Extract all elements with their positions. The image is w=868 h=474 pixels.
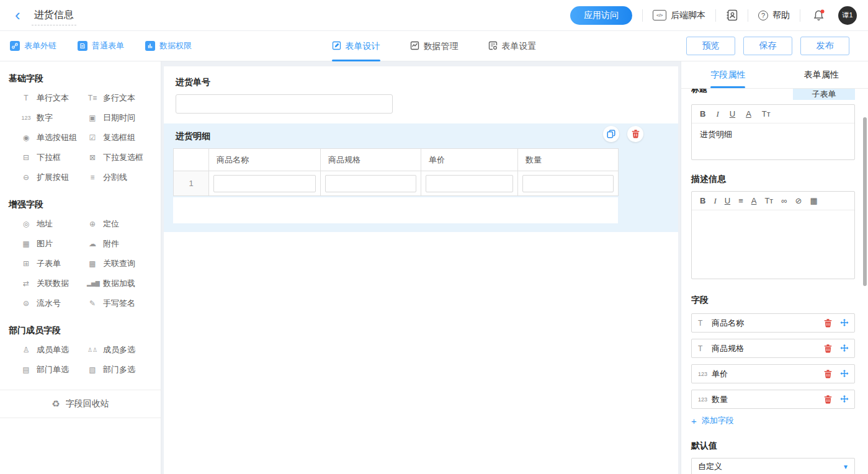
bold-icon[interactable]: B (700, 110, 705, 118)
field-item-attachment[interactable]: ☁附件 (87, 234, 161, 254)
tab-form-design[interactable]: 表单设计 (332, 31, 380, 61)
tab-form-settings[interactable]: 表单设置 (488, 31, 537, 61)
form-title[interactable]: 进货信息 (32, 5, 76, 25)
underline-icon[interactable]: U (725, 197, 730, 205)
panel-scrollbar[interactable] (863, 117, 867, 286)
font-size-icon[interactable]: Tт (764, 197, 773, 205)
field-item-subform[interactable]: ⊞子表单 (20, 254, 87, 274)
move-column-icon[interactable] (840, 319, 849, 328)
field-item-datetime[interactable]: ▣日期时间 (87, 108, 161, 128)
font-color-icon[interactable]: A (746, 110, 751, 118)
panel-field-row-product-name[interactable]: T 商品名称 (691, 313, 855, 333)
order-no-input[interactable] (176, 94, 393, 114)
subform-cell-input[interactable] (325, 175, 416, 192)
linked-query-icon: ▩ (87, 259, 98, 268)
field-item-dept-multi[interactable]: ▧部门多选 (87, 360, 161, 380)
preview-button[interactable]: 预览 (686, 37, 735, 55)
field-item-select[interactable]: ⊟下拉框 (20, 148, 87, 168)
tab-data-manage[interactable]: 数据管理 (410, 31, 459, 61)
field-item-location[interactable]: ⊕定位 (87, 214, 161, 234)
field-item-divider[interactable]: ≡分割线 (87, 168, 161, 187)
copy-field-button[interactable] (603, 126, 619, 142)
tab-field-properties[interactable]: 字段属性 (681, 61, 775, 88)
field-item-label: 流水号 (37, 298, 61, 309)
unlink-icon[interactable]: ⊘ (795, 197, 802, 205)
panel-field-row-quantity[interactable]: 123 数量 (691, 390, 855, 409)
single-line-text-icon: T (20, 94, 32, 102)
title-editor-input[interactable]: 进货明细 (692, 123, 854, 146)
subform-cell-input[interactable] (522, 175, 614, 192)
move-column-icon[interactable] (840, 395, 849, 404)
insert-image-icon[interactable]: ▦ (810, 197, 817, 205)
dropdown-icon: ⊟ (20, 153, 32, 162)
panel-field-row-unit-price[interactable]: 123 单价 (691, 364, 855, 383)
tab-form-properties[interactable]: 表单属性 (775, 61, 868, 88)
field-item-single-line-text[interactable]: T单行文本 (20, 88, 87, 108)
share-item-external-link[interactable]: 表单外链 (10, 40, 56, 51)
subform-col-header[interactable]: 商品名称 (209, 149, 321, 171)
field-item-linked-data[interactable]: ⇄关联数据 (20, 274, 87, 293)
subform-cell-input[interactable] (426, 175, 513, 192)
notification-bell-icon[interactable] (813, 9, 826, 21)
tab-label: 表单设计 (346, 41, 380, 52)
italic-icon[interactable]: I (716, 110, 718, 118)
panel-field-row-product-spec[interactable]: T 商品规格 (691, 339, 855, 358)
field-item-label: 日期时间 (103, 112, 135, 123)
save-button[interactable]: 保存 (743, 37, 792, 55)
data-manage-icon (410, 41, 419, 52)
move-column-icon[interactable] (840, 344, 849, 353)
field-item-label: 成员多选 (103, 344, 135, 356)
field-item-dept-single[interactable]: ▤部门单选 (20, 360, 87, 380)
subform-col-header[interactable]: 单价 (421, 149, 518, 171)
help-button[interactable]: ? 帮助 (758, 10, 790, 21)
move-column-icon[interactable] (840, 370, 849, 378)
italic-icon[interactable]: I (714, 197, 716, 205)
description-editor-input[interactable] (692, 210, 854, 229)
field-item-label: 分割线 (103, 172, 127, 183)
multi-line-text-icon: T≡ (87, 94, 98, 102)
field-item-linked-query[interactable]: ▩关联查询 (87, 254, 161, 274)
canvas-subform-field[interactable]: 进货明细 (164, 123, 678, 232)
subform-cell (518, 171, 619, 196)
delete-column-icon[interactable] (824, 344, 832, 353)
default-value-select[interactable]: 自定义 ▼ (691, 458, 855, 474)
font-color-icon[interactable]: A (751, 197, 757, 205)
user-avatar[interactable]: 谭1 (838, 6, 857, 25)
delete-field-button[interactable] (627, 126, 643, 142)
share-item-data-permission[interactable]: 数据权限 (145, 40, 192, 51)
subform-col-header[interactable]: 商品规格 (321, 149, 421, 171)
field-item-multi-select[interactable]: ⊠下拉复选框 (87, 148, 161, 168)
field-item-data-load[interactable]: ▂▅▇数据加载 (87, 274, 161, 293)
field-item-extend-button[interactable]: ⊖扩展按钮 (20, 168, 87, 187)
add-field-button[interactable]: + 添加字段 (691, 415, 855, 426)
field-item-serial-number[interactable]: ⊜流水号 (20, 293, 87, 313)
back-icon[interactable]: ‹ (15, 7, 20, 22)
delete-column-icon[interactable] (824, 370, 832, 378)
field-item-checkbox-group[interactable]: ☑复选框组 (87, 128, 161, 148)
field-item-member-multi[interactable]: ♙♙成员多选 (87, 340, 161, 360)
share-item-normal-form[interactable]: 普通表单 (78, 40, 124, 51)
backend-script-button[interactable]: </> 后端脚本 (653, 10, 705, 21)
subform-col-header[interactable]: 数量 (518, 149, 619, 171)
delete-column-icon[interactable] (824, 319, 832, 328)
field-item-address[interactable]: ◎地址 (20, 214, 87, 234)
underline-icon[interactable]: U (730, 110, 735, 118)
contacts-icon[interactable] (726, 9, 738, 21)
field-item-signature[interactable]: ✎手写签名 (87, 293, 161, 313)
bold-icon[interactable]: B (700, 197, 705, 205)
field-item-image[interactable]: ▦图片 (20, 234, 87, 254)
field-item-number[interactable]: 123数字 (20, 108, 87, 128)
link-icon[interactable]: ∞ (781, 197, 787, 205)
field-item-multi-line-text[interactable]: T≡多行文本 (87, 88, 161, 108)
publish-button[interactable]: 发布 (800, 37, 849, 55)
font-size-icon[interactable]: Tт (762, 110, 771, 118)
field-recycle-bin[interactable]: ♻ 字段回收站 (0, 390, 161, 418)
delete-column-icon[interactable] (824, 395, 832, 404)
field-item-member-single[interactable]: ♙成员单选 (20, 340, 87, 360)
align-icon[interactable]: ≡ (738, 197, 743, 205)
field-item-radio-group[interactable]: ◉单选按钮组 (20, 128, 87, 148)
canvas-field-order-no[interactable]: 进货单号 (176, 77, 666, 114)
app-access-button[interactable]: 应用访问 (570, 6, 632, 25)
subform-cell-input[interactable] (213, 175, 316, 192)
people-icon: ♙♙ (87, 347, 98, 353)
